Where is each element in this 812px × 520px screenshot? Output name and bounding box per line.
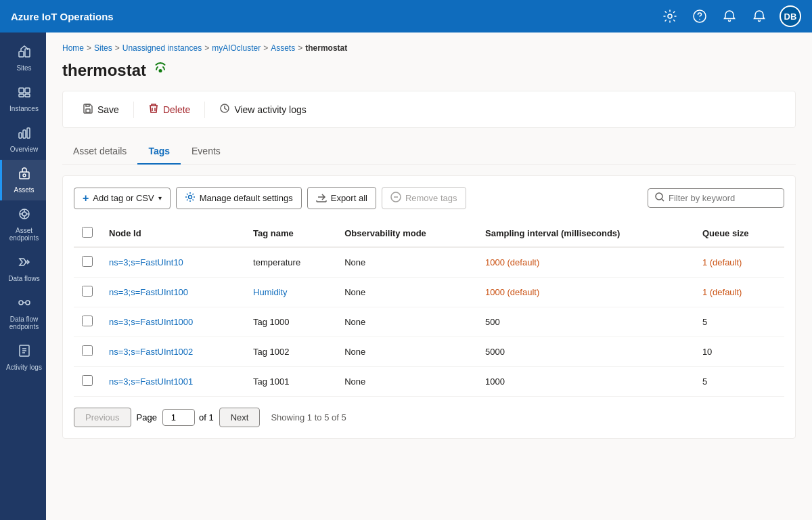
row-checkbox-cell: [74, 307, 101, 337]
node-id-link-4[interactable]: ns=3;s=FastUInt1001: [109, 376, 193, 387]
asset-endpoints-icon: [18, 207, 31, 224]
sampling-interval-cell: 1000 (default): [477, 278, 694, 307]
row-checkbox-2[interactable]: [82, 316, 93, 326]
sidebar-item-data-flow-endpoints[interactable]: Data flow endpoints: [0, 289, 46, 337]
queue-size-cell: 5: [694, 367, 784, 397]
row-checkbox-4[interactable]: [82, 375, 93, 386]
action-toolbar: Save Delete View activity logs: [62, 91, 796, 128]
row-checkbox-cell: [74, 367, 101, 397]
data-flow-endpoints-icon: [18, 296, 31, 313]
pagination: Previous Page of 1 Next Showing 1 to 5 o…: [74, 408, 784, 427]
observability-cell: None: [336, 307, 477, 337]
select-all-checkbox[interactable]: [82, 227, 93, 238]
breadcrumb-sep-1: >: [87, 43, 91, 53]
svg-point-1: [699, 19, 700, 20]
manage-settings-button[interactable]: Manage default settings: [176, 187, 302, 209]
queue-size-cell: 5: [694, 307, 784, 337]
table-row: ns=3;s=FastUInt1002 Tag 1002 None 5000 1…: [74, 337, 784, 367]
svg-point-14: [22, 212, 26, 216]
alert-icon[interactable]: [750, 7, 769, 26]
node-id-link-2[interactable]: ns=3;s=FastUInt1000: [109, 317, 193, 327]
tag-name-cell: Tag 1001: [245, 367, 336, 397]
tag-name-text-0: temperature: [253, 257, 300, 267]
remove-icon: [390, 192, 401, 204]
svg-point-16: [26, 301, 30, 305]
tab-tags[interactable]: Tags: [137, 139, 181, 165]
filter-keyword-input[interactable]: [669, 193, 777, 203]
queue-value-4: 5: [702, 376, 707, 387]
search-icon: [655, 192, 664, 204]
breadcrumb-assets[interactable]: Assets: [271, 43, 295, 53]
sampling-interval-cell: 5000: [477, 337, 694, 367]
save-label: Save: [97, 104, 119, 115]
node-id-cell: ns=3;s=FastUInt100: [101, 278, 245, 307]
delete-label: Delete: [163, 104, 190, 115]
manage-label: Manage default settings: [200, 193, 293, 203]
page-number-input[interactable]: [162, 409, 195, 426]
delete-button[interactable]: Delete: [139, 98, 199, 121]
tab-asset-details[interactable]: Asset details: [62, 139, 137, 165]
help-icon[interactable]: [690, 7, 709, 26]
svg-point-22: [188, 196, 191, 199]
queue-size-cell: 10: [694, 337, 784, 367]
row-checkbox-1[interactable]: [82, 286, 93, 297]
tag-name-cell: temperature: [245, 247, 336, 278]
activity-logs-toolbar-icon: [219, 103, 230, 116]
panel-toolbar: + Add tag or CSV ▾ Manage default settin…: [74, 187, 784, 209]
settings-icon[interactable]: [660, 7, 679, 26]
table-row: ns=3;s=FastUInt1001 Tag 1001 None 1000 5: [74, 367, 784, 397]
node-id-header: Node Id: [101, 220, 245, 247]
previous-button[interactable]: Previous: [74, 408, 131, 427]
tab-events[interactable]: Events: [181, 139, 231, 165]
node-id-cell: ns=3;s=FastUInt1000: [101, 307, 245, 337]
page-title: thermostat: [62, 61, 146, 80]
avatar[interactable]: DB: [780, 5, 801, 27]
sidebar-instances-label: Instances: [9, 105, 39, 112]
svg-rect-20: [86, 104, 89, 106]
row-checkbox-0[interactable]: [82, 256, 93, 267]
svg-rect-19: [86, 109, 90, 112]
sidebar-item-asset-endpoints[interactable]: Asset endpoints: [0, 200, 46, 248]
select-all-header: [74, 220, 101, 247]
sidebar-item-overview[interactable]: Overview: [0, 119, 46, 160]
sidebar-item-sites[interactable]: Sites: [0, 38, 46, 79]
node-id-link-0[interactable]: ns=3;s=FastUInt10: [109, 257, 183, 267]
breadcrumb-cluster[interactable]: myAIOcluster: [212, 43, 261, 53]
next-button[interactable]: Next: [219, 408, 261, 427]
view-activity-logs-button[interactable]: View activity logs: [210, 98, 315, 121]
observability-cell: None: [336, 278, 477, 307]
observability-value-0: None: [344, 257, 365, 267]
sampling-value-2: 500: [485, 317, 500, 327]
sidebar-data-flow-endpoints-label: Data flow endpoints: [6, 316, 42, 330]
sidebar-item-data-flows[interactable]: Data flows: [0, 248, 46, 289]
notifications-icon[interactable]: [720, 7, 739, 26]
queue-size-cell: 1 (default): [694, 247, 784, 278]
sidebar-item-activity-logs[interactable]: Activity logs: [0, 337, 46, 378]
content-area: Home > Sites > Unassigned instances > my…: [46, 32, 812, 520]
dropdown-icon: ▾: [158, 194, 162, 202]
sidebar-item-instances[interactable]: Instances: [0, 79, 46, 119]
add-icon: +: [83, 192, 89, 204]
node-id-link-1[interactable]: ns=3;s=FastUInt100: [109, 287, 188, 297]
sidebar-item-assets[interactable]: Assets: [0, 160, 46, 200]
save-button[interactable]: Save: [74, 98, 128, 121]
breadcrumb-home[interactable]: Home: [62, 43, 84, 53]
sidebar-asset-endpoints-label: Asset endpoints: [6, 227, 42, 242]
queue-value-1: 1 (default): [702, 287, 742, 297]
export-all-button[interactable]: Export all: [307, 187, 376, 209]
sampling-interval-cell: 1000 (default): [477, 247, 694, 278]
row-checkbox-cell: [74, 337, 101, 367]
breadcrumb-sites[interactable]: Sites: [94, 43, 112, 53]
row-checkbox-3[interactable]: [82, 345, 93, 356]
node-id-link-3[interactable]: ns=3;s=FastUInt1002: [109, 347, 193, 357]
remove-tags-button[interactable]: Remove tags: [382, 187, 466, 209]
breadcrumb-unassigned-instances[interactable]: Unassigned instances: [122, 43, 202, 53]
tag-name-link-1[interactable]: Humidity: [253, 287, 288, 297]
row-checkbox-cell: [74, 278, 101, 307]
queue-value-3: 10: [702, 347, 712, 357]
table-row: ns=3;s=FastUInt1000 Tag 1000 None 500 5: [74, 307, 784, 337]
add-tag-button[interactable]: + Add tag or CSV ▾: [74, 188, 171, 209]
table-row: ns=3;s=FastUInt100 Humidity None 1000 (d…: [74, 278, 784, 307]
tag-name-cell: Tag 1000: [245, 307, 336, 337]
tags-table: Node Id Tag name Observability mode Samp…: [74, 220, 784, 397]
